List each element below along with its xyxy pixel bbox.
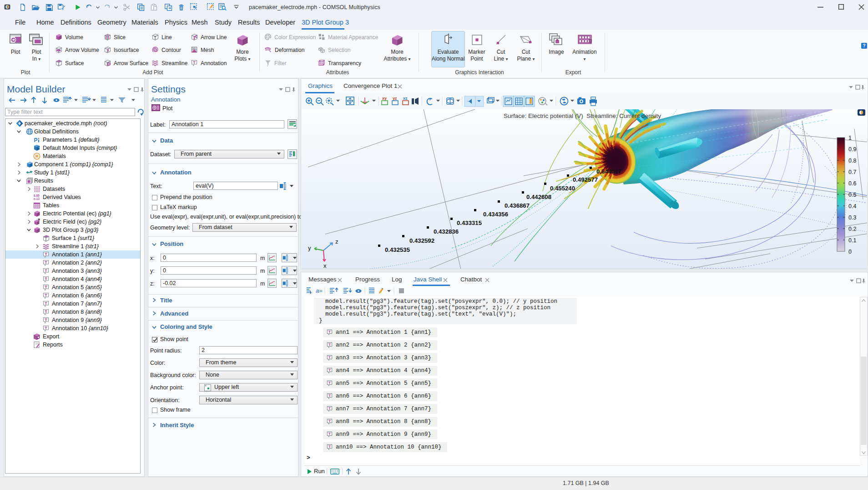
svg-text:0.6: 0.6 [848,180,856,187]
svg-text:x: x [323,262,327,269]
svg-text:0.644517: 0.644517 [596,168,621,175]
svg-text:yz: yz [393,96,397,101]
svg-text:0.432592: 0.432592 [409,237,434,244]
svg-text:xz: xz [403,96,408,101]
svg-text:0.2: 0.2 [848,226,856,232]
svg-text:0.3: 0.3 [848,214,856,221]
svg-text:0.8: 0.8 [848,158,856,164]
svg-text:y: y [308,245,311,251]
svg-text:0.455240: 0.455240 [550,185,575,192]
svg-text:0.4: 0.4 [848,203,856,209]
svg-text:a=: a= [316,287,323,294]
svg-text:z: z [335,238,338,245]
svg-text:xy: xy [382,96,387,101]
svg-text:Surface: Electric potential (V: Surface: Electric potential (V) Streamli… [504,112,661,119]
svg-text:0.436867: 0.436867 [505,202,530,209]
svg-text:0.442608: 0.442608 [526,194,551,200]
svg-text:0.432535: 0.432535 [385,246,410,253]
svg-text:0.433315: 0.433315 [457,219,482,226]
svg-text:0.5: 0.5 [848,192,856,198]
svg-text:0.1: 0.1 [848,237,856,244]
svg-text:0.432836: 0.432836 [434,228,459,235]
svg-text:0.492577: 0.492577 [573,176,598,183]
svg-text:1: 1 [848,135,852,141]
svg-text:0.9: 0.9 [848,146,856,153]
svg-text:0: 0 [848,249,852,255]
svg-text:0.7: 0.7 [848,169,856,175]
svg-text:0.434356: 0.434356 [483,211,508,218]
